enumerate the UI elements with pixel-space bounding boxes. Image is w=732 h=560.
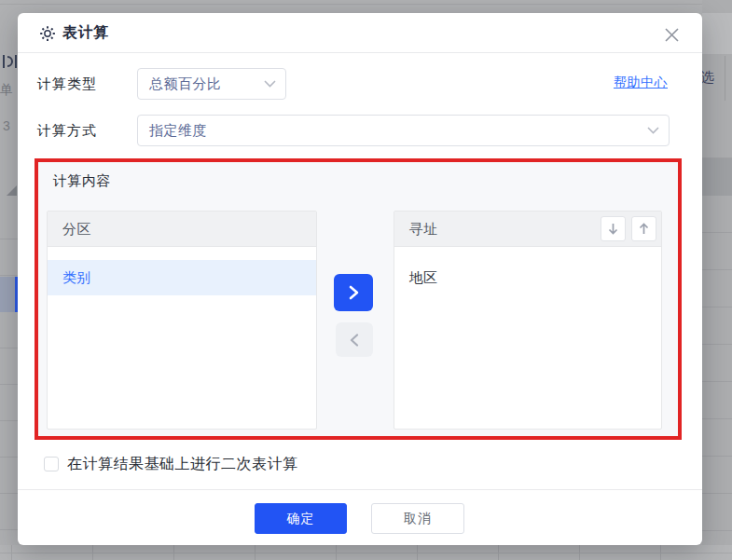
background-row-line: [0, 553, 732, 553]
table-calculation-dialog: 表计算 计算类型 总额百分比 帮助中心 计算方式 指定维度 计算内容 分区 类别: [18, 13, 702, 545]
secondary-calc-row: 在计算结果基础上进行二次表计算: [44, 449, 298, 479]
secondary-calc-label: 在计算结果基础上进行二次表计算: [67, 455, 298, 474]
cancel-button[interactable]: 取消: [371, 503, 464, 534]
table-corner-triangle-icon: [7, 185, 17, 196]
calc-method-value: 指定维度: [138, 122, 647, 140]
addressing-list-body: 地区: [394, 247, 661, 295]
move-left-button[interactable]: [336, 322, 373, 357]
chevron-down-icon: [264, 80, 285, 88]
clipped-column-text: 单: [0, 82, 13, 99]
calc-type-value: 总额百分比: [138, 75, 264, 93]
partition-list-body: 类别: [48, 247, 316, 295]
calc-content-title: 计算内容: [53, 170, 111, 192]
addressing-list-header: 寻址: [394, 212, 661, 247]
addressing-list-title: 寻址: [409, 221, 438, 237]
background-toolbar-band: [702, 13, 732, 54]
close-icon[interactable]: [661, 24, 682, 45]
background-bottom-table-band: [0, 545, 732, 560]
confirm-button[interactable]: 确定: [255, 503, 347, 534]
arrow-down-icon: [608, 223, 618, 235]
list-item[interactable]: 类别: [48, 260, 316, 295]
help-center-link[interactable]: 帮助中心: [614, 75, 668, 91]
background-table-rows: [0, 203, 18, 560]
clipped-filter-text: 选: [702, 69, 714, 87]
gear-icon: [39, 25, 56, 42]
arrow-up-icon: [639, 223, 649, 235]
move-down-button[interactable]: [601, 216, 626, 241]
background-toolbar-edge: [0, 4, 732, 5]
dialog-title-group: 表计算: [39, 13, 109, 53]
partition-listbox: 分区 类别: [47, 211, 317, 430]
background-left-table-strip: 单 3: [0, 0, 18, 560]
secondary-calc-checkbox[interactable]: [44, 457, 59, 471]
clipped-cell-value: 3: [3, 118, 10, 133]
calc-content-section: 计算内容 分区 类别 寻址: [35, 158, 682, 440]
move-up-button[interactable]: [631, 216, 656, 241]
footer-divider: [18, 489, 702, 490]
chevron-left-icon: [350, 334, 359, 347]
calc-type-label: 计算类型: [37, 68, 97, 100]
background-right-table-strip: 选: [702, 0, 732, 560]
chevron-right-icon: [349, 285, 359, 300]
calc-method-label: 计算方式: [37, 115, 97, 146]
background-header-cell: [702, 158, 732, 196]
dialog-title: 表计算: [62, 23, 109, 43]
chevron-down-icon: [647, 127, 669, 134]
move-right-button[interactable]: [334, 274, 373, 311]
addressing-listbox: 寻址 地区: [394, 211, 662, 430]
calc-type-select[interactable]: 总额百分比: [137, 68, 286, 100]
calc-method-select[interactable]: 指定维度: [137, 115, 670, 146]
partition-list-header: 分区: [48, 212, 316, 247]
clipped-toolbar-icon: [1, 52, 18, 71]
dialog-header: 表计算: [18, 13, 702, 53]
list-item[interactable]: 地区: [394, 260, 661, 295]
background-divider: [725, 56, 725, 101]
